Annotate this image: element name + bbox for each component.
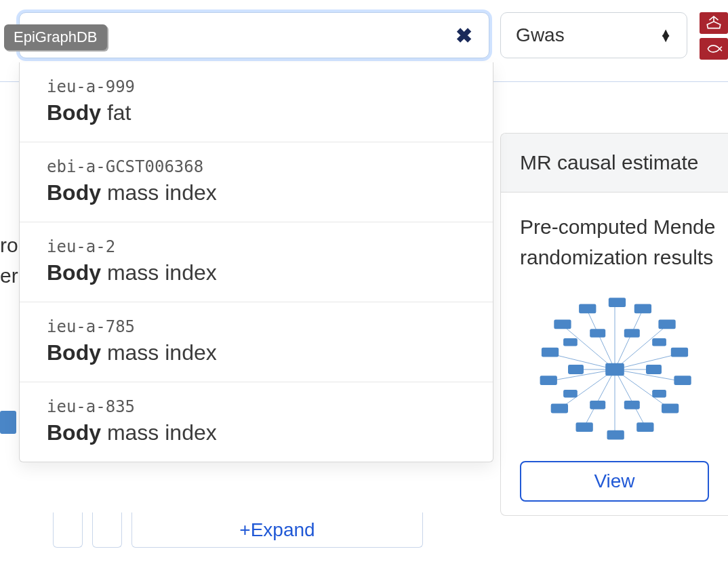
brand-tag: EpiGraphDB	[4, 24, 107, 50]
autocomplete-item[interactable]: ieu-a-2Body mass index	[20, 222, 493, 302]
svg-rect-34	[590, 329, 605, 338]
svg-rect-18	[634, 304, 651, 313]
svg-line-8	[584, 369, 615, 428]
svg-rect-36	[590, 401, 605, 409]
autocomplete-item-id: ieu-a-835	[47, 397, 466, 416]
svg-rect-32	[568, 365, 584, 374]
autocomplete-item[interactable]: ebi-a-GCST006368Body mass index	[20, 142, 493, 222]
svg-rect-27	[540, 376, 557, 385]
brand-logo-column	[700, 12, 728, 60]
card-title: MR causal estimate	[501, 134, 728, 193]
svg-rect-20	[670, 348, 687, 357]
autocomplete-item-label: Body mass index	[47, 420, 466, 445]
expand-label: +Expand	[239, 519, 315, 541]
svg-rect-29	[554, 319, 571, 329]
view-button[interactable]: View	[520, 461, 709, 502]
svg-rect-28	[541, 348, 558, 357]
svg-rect-16	[605, 363, 624, 376]
ship-icon	[700, 12, 728, 34]
svg-line-2	[615, 327, 666, 369]
autocomplete-item-id: ieu-a-785	[47, 317, 466, 336]
autocomplete-item-id: ebi-a-GCST006368	[47, 157, 466, 176]
svg-rect-37	[652, 338, 666, 346]
svg-rect-21	[674, 376, 691, 385]
bottom-buttons: +Expand	[0, 512, 491, 548]
bottom-box[interactable]	[92, 512, 122, 548]
svg-line-6	[615, 369, 646, 428]
svg-rect-26	[550, 404, 567, 414]
autocomplete-item-label: Body mass index	[47, 260, 466, 285]
clear-icon[interactable]: ✖	[456, 24, 472, 47]
autocomplete-item-id: ieu-a-999	[47, 77, 466, 96]
svg-line-13	[587, 311, 614, 369]
bg-text-frag: ro	[0, 234, 18, 257]
select-caret-icon: ▲▼	[660, 30, 672, 41]
bottom-box[interactable]	[53, 512, 83, 548]
svg-rect-25	[575, 422, 592, 432]
autocomplete-item-label: Body mass index	[47, 180, 466, 205]
entity-type-select[interactable]: Gwas ▲▼	[500, 12, 687, 58]
autocomplete-item[interactable]: ieu-a-999Body fat	[20, 62, 493, 142]
view-label: View	[594, 470, 634, 492]
svg-rect-35	[624, 401, 639, 409]
svg-rect-39	[652, 390, 666, 398]
card-description: Pre-computed Mende randomization results	[501, 193, 728, 291]
top-controls: ✖ Gwas ▲▼	[19, 12, 728, 60]
svg-rect-38	[563, 338, 578, 346]
autocomplete-item[interactable]: ieu-a-785Body mass index	[20, 302, 493, 382]
fish-icon	[700, 38, 728, 60]
svg-rect-40	[563, 390, 578, 398]
entity-type-value: Gwas	[516, 24, 565, 46]
svg-rect-23	[636, 422, 653, 432]
expand-button[interactable]: +Expand	[132, 512, 423, 548]
svg-rect-30	[579, 304, 596, 313]
svg-rect-19	[658, 319, 675, 329]
svg-line-12	[564, 327, 615, 369]
svg-rect-24	[607, 430, 624, 440]
svg-line-1	[615, 311, 642, 369]
bg-text-frag: er	[0, 264, 18, 287]
svg-rect-31	[646, 365, 662, 374]
bg-chip	[0, 411, 16, 434]
autocomplete-item-label: Body mass index	[47, 340, 466, 365]
mr-causal-card: MR causal estimate Pre-computed Mende ra…	[500, 133, 728, 516]
autocomplete-item[interactable]: ieu-a-835Body mass index	[20, 382, 493, 462]
network-graph-thumb	[533, 291, 696, 447]
svg-rect-17	[608, 298, 625, 307]
autocomplete-item-id: ieu-a-2	[47, 237, 466, 256]
svg-rect-22	[662, 404, 679, 414]
autocomplete-dropdown: ieu-a-999Body fatebi-a-GCST006368Body ma…	[19, 62, 493, 462]
autocomplete-item-label: Body fat	[47, 100, 466, 125]
svg-rect-33	[624, 329, 639, 338]
